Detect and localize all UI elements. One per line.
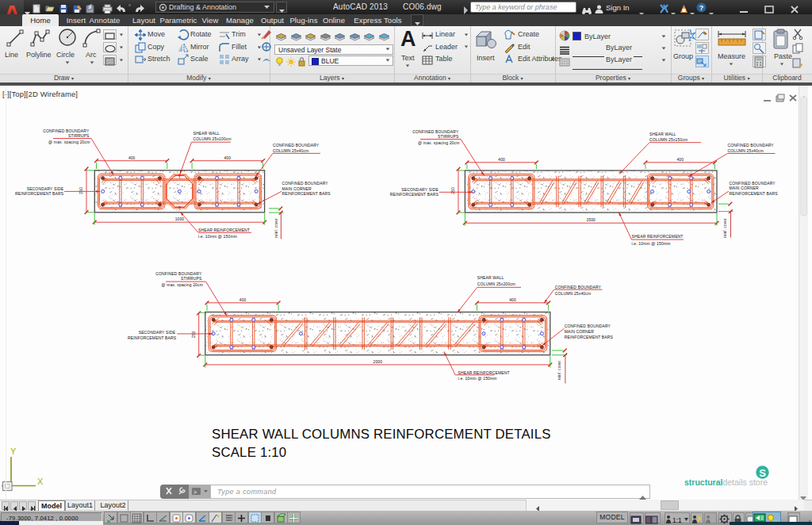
svg-text:?: ?: [699, 4, 704, 12]
svg-text:>: >: [193, 489, 197, 495]
svg-text:1:1: 1:1: [672, 516, 682, 524]
